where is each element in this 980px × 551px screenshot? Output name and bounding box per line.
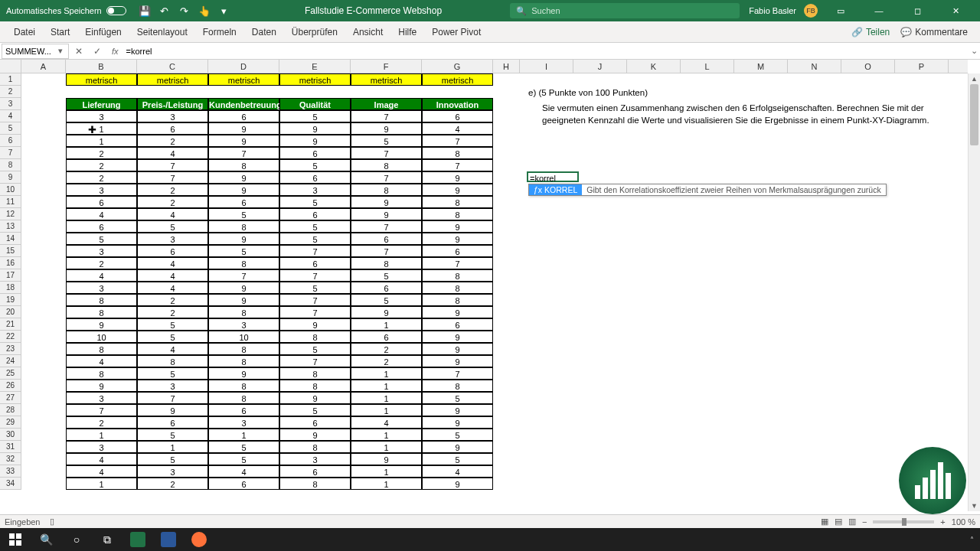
cell-C4[interactable]: 3 xyxy=(137,110,208,122)
ribbon-tab-seitenlayout[interactable]: Seitenlayout xyxy=(129,27,195,37)
cell-D9[interactable]: 9 xyxy=(208,171,279,184)
cell-B10[interactable]: 3 xyxy=(66,184,137,196)
cell-G12[interactable]: 8 xyxy=(422,208,493,220)
cell-B24[interactable]: 4 xyxy=(66,355,137,367)
cell-F29[interactable]: 4 xyxy=(351,416,422,429)
cell-B18[interactable]: 3 xyxy=(66,282,137,294)
cell-F1[interactable]: metrisch xyxy=(351,73,422,86)
row-header-21[interactable]: 21 xyxy=(0,318,21,331)
cell-C32[interactable]: 5 xyxy=(137,453,208,465)
save-icon[interactable]: 💾 xyxy=(139,5,151,17)
cell-B32[interactable]: 4 xyxy=(66,453,137,465)
col-header-M[interactable]: M xyxy=(734,60,788,73)
cell-C14[interactable]: 3 xyxy=(137,233,208,245)
maximize-icon[interactable]: ◻ xyxy=(902,0,933,21)
cell-B7[interactable]: 2 xyxy=(66,147,137,159)
start-button[interactable] xyxy=(0,528,31,551)
cell-B15[interactable]: 3 xyxy=(66,245,137,257)
cell-D22[interactable]: 10 xyxy=(208,331,279,343)
cell-G32[interactable]: 5 xyxy=(422,453,493,465)
enter-formula-icon[interactable]: ✓ xyxy=(90,46,104,57)
row-header-12[interactable]: 12 xyxy=(0,208,21,220)
cell-G8[interactable]: 7 xyxy=(422,159,493,171)
cell-D14[interactable]: 9 xyxy=(208,233,279,245)
cell-G11[interactable]: 8 xyxy=(422,196,493,208)
cell-F8[interactable]: 8 xyxy=(351,159,422,171)
row-header-20[interactable]: 20 xyxy=(0,306,21,318)
cell-G21[interactable]: 6 xyxy=(422,318,493,331)
taskbar-firefox-icon[interactable] xyxy=(184,528,214,551)
cell-E5[interactable]: 9 xyxy=(279,122,351,135)
cell-B12[interactable]: 4 xyxy=(66,208,137,220)
cell-C12[interactable]: 4 xyxy=(137,208,208,220)
cell-C33[interactable]: 3 xyxy=(137,465,208,478)
cell-E34[interactable]: 8 xyxy=(279,478,351,490)
row-header-31[interactable]: 31 xyxy=(0,441,21,453)
user-avatar[interactable]: FB xyxy=(804,4,818,18)
taskbar-taskview-icon[interactable]: ⧉ xyxy=(92,528,122,551)
cell-E7[interactable]: 6 xyxy=(279,147,351,159)
cell-D30[interactable]: 1 xyxy=(208,429,279,441)
cell-G17[interactable]: 8 xyxy=(422,269,493,282)
cell-D17[interactable]: 7 xyxy=(208,269,279,282)
name-box[interactable]: SUMMEW... ▾ xyxy=(2,44,69,59)
cell-F20[interactable]: 9 xyxy=(351,306,422,318)
cell-G24[interactable]: 9 xyxy=(422,355,493,367)
cell-E26[interactable]: 8 xyxy=(279,380,351,392)
cell-E15[interactable]: 7 xyxy=(279,245,351,257)
row-header-17[interactable]: 17 xyxy=(0,269,21,282)
cell-E11[interactable]: 5 xyxy=(279,196,351,208)
cell-C8[interactable]: 7 xyxy=(137,159,208,171)
cell-F22[interactable]: 6 xyxy=(351,331,422,343)
cell-B31[interactable]: 3 xyxy=(66,441,137,453)
close-icon[interactable]: ✕ xyxy=(940,0,971,21)
cell-C20[interactable]: 2 xyxy=(137,306,208,318)
cell-E25[interactable]: 8 xyxy=(279,367,351,380)
cell-G9[interactable]: 9 xyxy=(422,171,493,184)
row-header-28[interactable]: 28 xyxy=(0,404,21,416)
scroll-up-icon[interactable]: ▲ xyxy=(969,73,980,84)
cell-F27[interactable]: 1 xyxy=(351,392,422,404)
cell-F31[interactable]: 1 xyxy=(351,441,422,453)
zoom-out-icon[interactable]: − xyxy=(862,517,867,527)
col-header-D[interactable]: D xyxy=(208,60,279,73)
row-header-15[interactable]: 15 xyxy=(0,245,21,257)
cell-F33[interactable]: 1 xyxy=(351,465,422,478)
cell-C27[interactable]: 7 xyxy=(137,392,208,404)
cell-F28[interactable]: 1 xyxy=(351,404,422,416)
cell-B13[interactable]: 6 xyxy=(66,220,137,233)
cell-F6[interactable]: 5 xyxy=(351,135,422,147)
cell-B3[interactable]: Lieferung xyxy=(66,98,137,110)
cell-G31[interactable]: 9 xyxy=(422,441,493,453)
cell-G26[interactable]: 8 xyxy=(422,380,493,392)
row-header-27[interactable]: 27 xyxy=(0,392,21,404)
cell-C5[interactable]: 6 xyxy=(137,122,208,135)
ribbon-tab-daten[interactable]: Daten xyxy=(244,27,284,37)
active-cell-edit[interactable]: =korrel xyxy=(527,171,579,182)
cell-G14[interactable]: 9 xyxy=(422,233,493,245)
minimize-icon[interactable]: — xyxy=(864,0,894,21)
col-header-O[interactable]: O xyxy=(841,60,895,73)
cell-G19[interactable]: 8 xyxy=(422,294,493,306)
col-header-K[interactable]: K xyxy=(627,60,681,73)
cell-C34[interactable]: 2 xyxy=(137,478,208,490)
cell-D32[interactable]: 5 xyxy=(208,453,279,465)
cell-E3[interactable]: Qualität xyxy=(279,98,351,110)
cell-E22[interactable]: 8 xyxy=(279,331,351,343)
cell-C13[interactable]: 5 xyxy=(137,220,208,233)
row-header-19[interactable]: 19 xyxy=(0,294,21,306)
cell-D23[interactable]: 8 xyxy=(208,343,279,355)
cell-G28[interactable]: 9 xyxy=(422,404,493,416)
cell-B27[interactable]: 3 xyxy=(66,392,137,404)
name-box-dropdown-icon[interactable]: ▾ xyxy=(56,46,65,56)
cell-C10[interactable]: 2 xyxy=(137,184,208,196)
cell-C7[interactable]: 4 xyxy=(137,147,208,159)
col-header-L[interactable]: L xyxy=(681,60,734,73)
cell-D29[interactable]: 3 xyxy=(208,416,279,429)
cell-C15[interactable]: 6 xyxy=(137,245,208,257)
row-header-10[interactable]: 10 xyxy=(0,184,21,196)
cell-E21[interactable]: 9 xyxy=(279,318,351,331)
cell-E10[interactable]: 3 xyxy=(279,184,351,196)
cell-B30[interactable]: 1 xyxy=(66,429,137,441)
cell-G29[interactable]: 9 xyxy=(422,416,493,429)
